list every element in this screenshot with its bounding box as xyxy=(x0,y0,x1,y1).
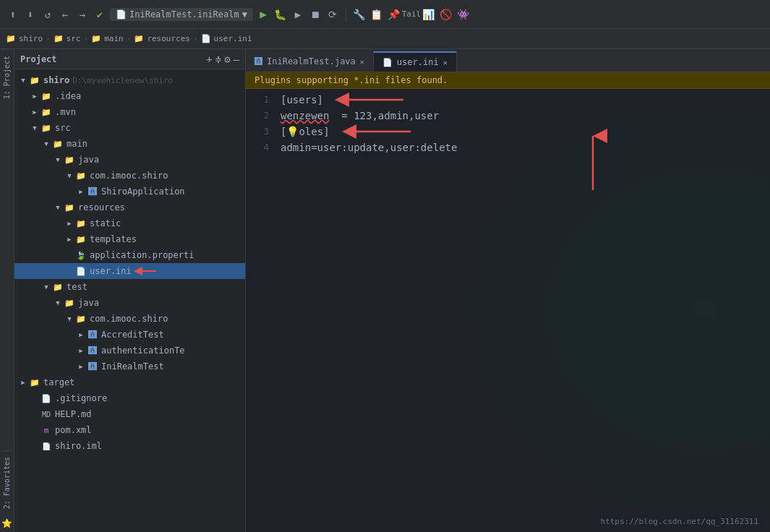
tree-item-src[interactable]: ▼ 📁 src xyxy=(14,120,245,136)
tree-item-ini-realm[interactable]: ▶ 🅰 IniRealmTest xyxy=(14,359,245,374)
tab-user-ini-close[interactable]: ✕ xyxy=(443,59,448,66)
label-app-props: application.properti xyxy=(90,250,194,260)
new-file-icon[interactable]: + xyxy=(206,53,212,65)
tree-item-main[interactable]: ▼ 📁 main xyxy=(14,136,245,152)
label-mvn: .mvn xyxy=(55,107,76,117)
run-with-coverage-icon[interactable]: ▶ xyxy=(291,7,305,22)
breadcrumb-user-ini[interactable]: 📄 user.ini xyxy=(201,34,252,43)
md-icon: MD xyxy=(40,408,52,420)
tree-item-gitignore[interactable]: 📄 .gitignore xyxy=(14,390,245,406)
database-icon[interactable]: 🔧 xyxy=(352,7,367,22)
tab-ini-realm-icon: 🅰 xyxy=(254,57,262,66)
tree-item-test[interactable]: ▼ 📁 test xyxy=(14,279,245,295)
tree-item-accredit[interactable]: ▶ 🅰 AccreditTest xyxy=(14,327,245,343)
pin-icon[interactable]: 📌 xyxy=(387,7,401,22)
collapse-icon[interactable]: — xyxy=(234,53,239,65)
arrow-test-com-imooc: ▼ xyxy=(64,315,75,322)
run-config-dropdown[interactable]: ▼ xyxy=(242,9,247,20)
stop-icon[interactable]: 🚫 xyxy=(439,7,453,22)
breadcrumb-shiro[interactable]: 📁 shiro xyxy=(6,34,43,43)
project-header-title: Project xyxy=(20,54,202,64)
label-pom: pom.xml xyxy=(55,425,92,435)
tab-ini-realm-close[interactable]: ✕ xyxy=(360,58,364,66)
save-icon[interactable]: ⬆ xyxy=(6,7,20,22)
label-help: HELP.md xyxy=(55,409,92,419)
editor-content[interactable]: 1 2 3 4 [users] xyxy=(246,89,770,532)
label-java: java xyxy=(78,155,99,165)
debug-icon[interactable]: 🐛 xyxy=(273,7,288,22)
arrow-users xyxy=(338,92,411,108)
tree-item-templates[interactable]: ▶ 📁 templates xyxy=(14,231,245,247)
tree-item-java[interactable]: ▼ 📁 java xyxy=(14,152,245,168)
folder-icon-main: 📁 xyxy=(52,138,64,150)
tree-item-mvn[interactable]: ▶ 📁 .mvn xyxy=(14,104,245,120)
run-config-tab[interactable]: 📄 IniRealmTest.iniRealm ▼ xyxy=(110,8,253,21)
breadcrumb-src[interactable]: 📁 src xyxy=(54,34,81,43)
tree-item-pom[interactable]: m pom.xml xyxy=(14,422,245,438)
breadcrumb-main[interactable]: 📁 main xyxy=(91,34,124,43)
label-src: src xyxy=(55,123,71,133)
tree-item-shiro-app[interactable]: ▶ 🅰 ShiroApplication xyxy=(14,184,245,200)
iml-icon: 📄 xyxy=(40,440,52,452)
sidebar-star-icon[interactable]: ⭐ xyxy=(1,518,13,529)
arrow-main: ▼ xyxy=(40,140,52,147)
tab-ini-realm-test[interactable]: 🅰 IniRealmTest.java ✕ xyxy=(246,51,374,72)
tail-label[interactable]: Tail xyxy=(404,7,419,22)
label-user-ini: user.ini xyxy=(90,266,132,276)
refresh-icon[interactable]: ↺ xyxy=(40,7,55,22)
tasks-icon[interactable]: 📋 xyxy=(369,7,384,22)
arrow-roles xyxy=(346,124,418,140)
main-layout: 1: Project 2: Favorites ⭐ Project + ≑ ⚙ … xyxy=(0,49,770,532)
tree-item-resources[interactable]: ▼ 📁 resources xyxy=(14,200,245,215)
label-main: main xyxy=(67,139,87,149)
pause-icon[interactable]: ⏹ xyxy=(308,7,322,22)
arrow-src: ▼ xyxy=(29,124,40,132)
tree-item-auth[interactable]: ▶ 🅰 authenticationTe xyxy=(14,343,245,359)
tree-item-idea[interactable]: ▶ 📁 .idea xyxy=(14,88,245,104)
code-roles-text: oles] xyxy=(299,124,329,140)
label-static: static xyxy=(90,218,121,228)
breadcrumb-resources[interactable]: 📁 resources xyxy=(134,34,190,43)
tree-item-help[interactable]: MD HELP.md xyxy=(14,406,245,422)
folder-icon-mvn: 📁 xyxy=(40,106,52,118)
tab-user-ini[interactable]: 📄 user.ini ✕ xyxy=(374,51,457,72)
code-line-4: admin=user:update,user:delete xyxy=(281,140,764,155)
tree-item-target[interactable]: ▶ 📁 target xyxy=(14,374,245,390)
class-icon-auth: 🅰 xyxy=(87,345,98,356)
sidebar-tab-favorites[interactable]: 2: Favorites xyxy=(1,450,12,515)
gear-icon[interactable]: ⚙ xyxy=(224,53,230,65)
pom-icon: m xyxy=(40,424,52,436)
run-button[interactable]: ▶ xyxy=(256,7,270,22)
gitignore-icon: 📄 xyxy=(40,392,52,404)
code-admin-roles: admin=user:update,user:delete xyxy=(281,140,457,155)
tree-item-static[interactable]: ▶ 📁 static xyxy=(14,215,245,231)
tree-item-shiro[interactable]: ▼ 📁 shiro D:\myvehiclenew\shiro xyxy=(14,72,245,88)
metrics-icon[interactable]: 📊 xyxy=(422,7,436,22)
tree-item-com-imooc[interactable]: ▼ 📁 com.imooc.shiro xyxy=(14,168,245,184)
forward-icon[interactable]: → xyxy=(75,7,90,22)
tree-item-test-java[interactable]: ▼ 📁 java xyxy=(14,295,245,311)
code-area[interactable]: [users] wenzewen = xyxy=(275,89,770,532)
arrow-target: ▶ xyxy=(17,379,29,386)
watermark: https://blog.csdn.net/qq_31162311 xyxy=(600,517,758,526)
sidebar-tab-project[interactable]: 1: Project xyxy=(1,49,12,105)
tree-item-shiro-iml[interactable]: 📄 shiro.iml xyxy=(14,438,245,454)
notification-text: Plugins supporting *.ini files found. xyxy=(254,75,448,85)
back-icon[interactable]: ← xyxy=(58,7,72,22)
label-accredit: AccreditTest xyxy=(101,330,164,340)
reload-icon[interactable]: ⟳ xyxy=(325,7,340,22)
line-numbers: 1 2 3 4 xyxy=(246,89,275,532)
tree-item-test-com-imooc[interactable]: ▼ 📁 com.imooc.shiro xyxy=(14,311,245,327)
sort-icon[interactable]: ≑ xyxy=(215,53,221,65)
arrow-to-user-ini xyxy=(134,264,171,278)
arrow-shiro: ▼ xyxy=(17,77,29,84)
folder-icon-resources: 📁 xyxy=(64,202,75,213)
settings-extra-icon[interactable]: 👾 xyxy=(456,7,471,22)
open-icon[interactable]: ⬇ xyxy=(23,7,38,22)
tree-item-app-props[interactable]: 🍃 application.properti xyxy=(14,247,245,263)
branch-icon[interactable]: ✔ xyxy=(93,7,107,22)
class-icon-shiro-app: 🅰 xyxy=(87,186,98,197)
label-idea: .idea xyxy=(55,91,81,101)
tree-item-user-ini[interactable]: 📄 user.ini xyxy=(14,263,245,279)
label-com-imooc: com.imooc.shiro xyxy=(90,171,168,181)
